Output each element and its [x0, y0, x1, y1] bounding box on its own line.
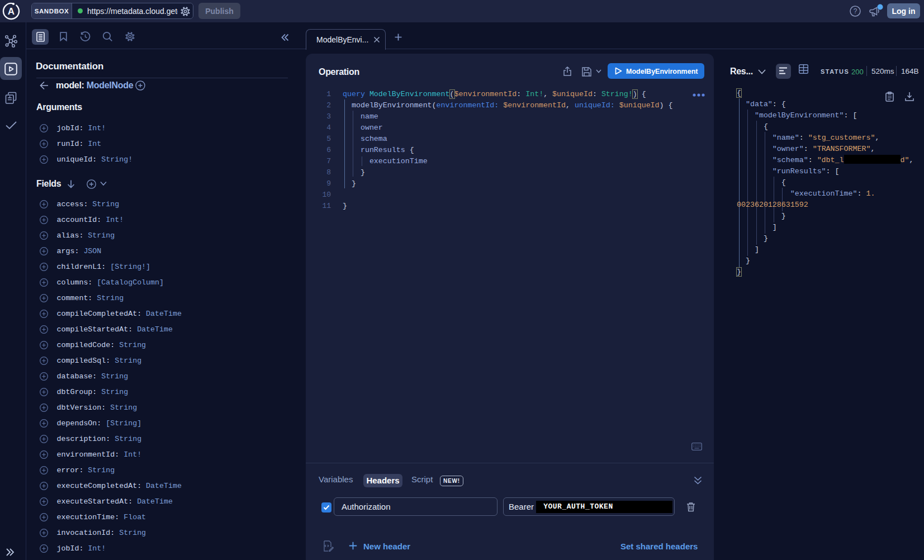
- svg-text:A: A: [8, 6, 15, 17]
- svg-text:?: ?: [854, 7, 857, 15]
